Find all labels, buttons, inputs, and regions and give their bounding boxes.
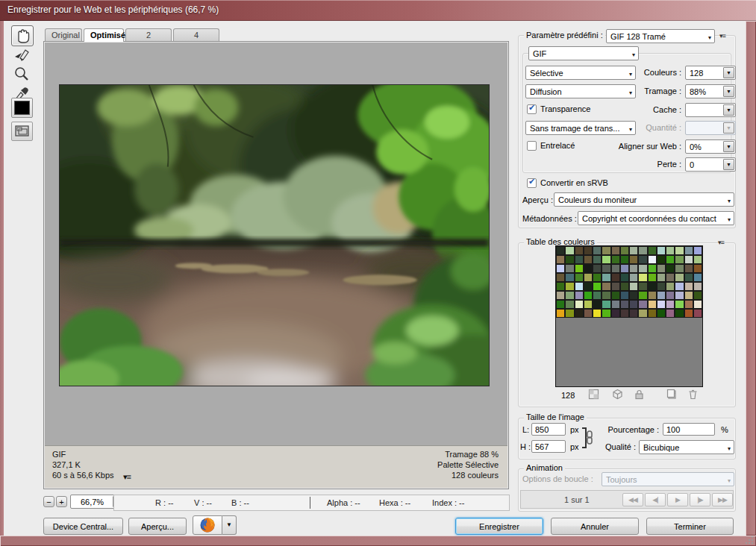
color-swatch[interactable]: [602, 264, 610, 273]
color-swatch[interactable]: [648, 273, 657, 282]
color-swatch[interactable]: [666, 246, 675, 255]
hand-tool[interactable]: [11, 25, 34, 46]
zoom-out-button[interactable]: −: [43, 496, 54, 507]
color-swatch[interactable]: [648, 309, 657, 318]
color-swatch[interactable]: [638, 255, 647, 264]
color-swatch[interactable]: [629, 246, 638, 255]
color-swatch[interactable]: [657, 309, 666, 318]
percent-input[interactable]: [663, 423, 715, 436]
color-swatch[interactable]: [556, 246, 565, 255]
color-swatch[interactable]: [565, 273, 574, 282]
color-swatch[interactable]: [675, 300, 684, 309]
color-swatch[interactable]: [648, 282, 657, 291]
delete-color-icon[interactable]: [687, 389, 699, 400]
image-preview-area[interactable]: GIF 327,1 K 60 s à 56,6 Kbps ▾≡ Tramage …: [43, 41, 509, 489]
browser-select-arrow[interactable]: ▼: [222, 515, 237, 535]
color-swatch[interactable]: [620, 255, 629, 264]
color-swatch[interactable]: [593, 255, 602, 264]
lossy-select[interactable]: 0 ▼: [685, 157, 736, 172]
color-swatch[interactable]: [584, 246, 593, 255]
color-swatch[interactable]: [648, 246, 657, 255]
color-swatch[interactable]: [675, 282, 684, 291]
color-swatch[interactable]: [620, 246, 629, 255]
color-swatch[interactable]: [648, 300, 657, 309]
color-swatch[interactable]: [593, 246, 602, 255]
eyedropper-color-swatch[interactable]: [11, 98, 33, 118]
color-swatch[interactable]: [666, 255, 675, 264]
color-swatch[interactable]: [693, 264, 702, 273]
color-swatch[interactable]: [602, 255, 610, 264]
color-swatch[interactable]: [638, 309, 647, 318]
color-swatch[interactable]: [666, 273, 675, 282]
color-swatch[interactable]: [675, 255, 684, 264]
dropdown-arrow-icon[interactable]: ▼: [723, 86, 734, 97]
srgb-checkbox[interactable]: ✔: [527, 178, 537, 188]
dropdown-arrow-icon[interactable]: ▼: [723, 104, 734, 116]
color-swatch[interactable]: [575, 264, 584, 273]
tab-original[interactable]: Original: [45, 28, 82, 41]
color-swatch[interactable]: [556, 255, 565, 264]
color-swatch[interactable]: [620, 282, 629, 291]
width-input[interactable]: [531, 423, 566, 436]
color-swatch[interactable]: [611, 282, 620, 291]
height-input[interactable]: [531, 440, 566, 453]
color-swatch[interactable]: [684, 300, 693, 309]
color-swatch[interactable]: [565, 264, 574, 273]
new-color-icon[interactable]: [666, 389, 678, 400]
color-swatch[interactable]: [620, 273, 629, 282]
color-swatch[interactable]: [657, 282, 666, 291]
color-swatch[interactable]: [565, 255, 574, 264]
first-frame-button[interactable]: ◀◀: [622, 493, 643, 506]
color-swatch[interactable]: [611, 264, 620, 273]
color-swatch[interactable]: [675, 264, 684, 273]
color-swatch[interactable]: [556, 264, 565, 273]
slice-select-tool[interactable]: [13, 46, 31, 67]
color-swatch[interactable]: [657, 273, 666, 282]
preview-in-browser-button[interactable]: Aperçu...: [128, 518, 187, 535]
color-swatch[interactable]: [638, 246, 647, 255]
optimized-image-preview[interactable]: [59, 84, 490, 386]
color-swatch[interactable]: [666, 309, 675, 318]
color-swatch[interactable]: [575, 300, 584, 309]
color-swatch[interactable]: [657, 255, 666, 264]
cancel-button[interactable]: Annuler: [551, 518, 639, 535]
color-swatch[interactable]: [629, 291, 638, 300]
quality-select[interactable]: Bicubique ▾: [639, 440, 734, 454]
preview-mode-select[interactable]: Couleurs du moniteur ▾: [554, 192, 734, 207]
color-swatch[interactable]: [693, 309, 702, 318]
color-swatch[interactable]: [657, 300, 666, 309]
color-swatch[interactable]: [565, 282, 574, 291]
color-swatch[interactable]: [556, 300, 565, 309]
color-swatch[interactable]: [565, 291, 574, 300]
color-swatch[interactable]: [657, 291, 666, 300]
color-swatch[interactable]: [575, 291, 584, 300]
browser-preview-firefox-button[interactable]: [193, 515, 222, 535]
interlaced-checkbox[interactable]: [527, 141, 537, 151]
color-swatch[interactable]: [684, 264, 693, 273]
color-swatch[interactable]: [565, 246, 574, 255]
color-swatch[interactable]: [593, 264, 602, 273]
color-swatch[interactable]: [584, 300, 593, 309]
color-swatch[interactable]: [666, 282, 675, 291]
preset-select[interactable]: GIF 128 Tramé ▾: [606, 29, 715, 43]
color-swatch[interactable]: [602, 309, 610, 318]
next-frame-button[interactable]: |▶: [690, 493, 710, 506]
color-swatch[interactable]: [575, 246, 584, 255]
dither-select[interactable]: 88% ▼: [685, 84, 736, 98]
color-swatch[interactable]: [602, 300, 610, 309]
color-swatch[interactable]: [593, 300, 602, 309]
color-swatch[interactable]: [693, 291, 702, 300]
color-swatch[interactable]: [657, 264, 666, 273]
color-swatch[interactable]: [629, 309, 638, 318]
color-swatch[interactable]: [684, 273, 693, 282]
color-swatch[interactable]: [629, 255, 638, 264]
color-swatch[interactable]: [675, 309, 684, 318]
websnap-select[interactable]: 0% ▼: [685, 139, 736, 154]
color-swatch[interactable]: [602, 291, 610, 300]
color-swatch[interactable]: [638, 300, 647, 309]
color-swatch[interactable]: [584, 264, 593, 273]
web-shift-cube-icon[interactable]: [612, 389, 623, 400]
matte-select[interactable]: ▼: [685, 103, 736, 117]
color-swatch[interactable]: [584, 282, 593, 291]
tab-4-vignettes[interactable]: 4 vignettes: [173, 28, 219, 41]
